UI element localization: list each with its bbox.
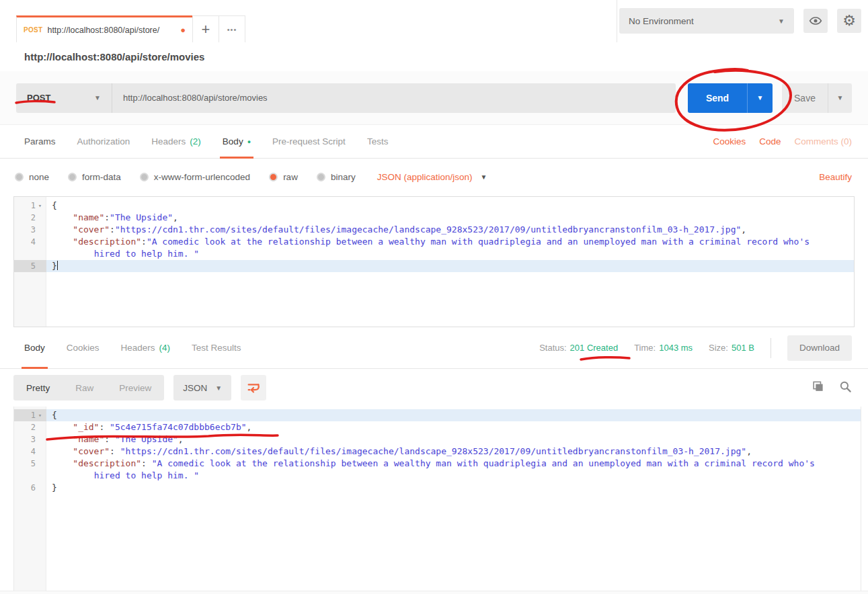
eye-icon <box>809 14 822 28</box>
request-links: CookiesCodeComments (0) <box>713 125 852 158</box>
tab-params[interactable]: Params <box>13 125 67 158</box>
response-body-editor[interactable]: 1▾{2 "_id": "5c4e715fa74c07dbbb6ecb7b",3… <box>13 407 861 591</box>
line-number: 3 <box>14 224 46 236</box>
json-punct: , <box>178 434 184 444</box>
json-string: "5c4e715fa74c07dbbb6ecb7b" <box>110 422 247 432</box>
line-number: 1▾ <box>14 200 46 212</box>
send-options-button[interactable]: ▼ <box>747 83 773 113</box>
method-select[interactable]: POST ▼ <box>16 83 112 113</box>
open-request-tab[interactable]: POST http://localhost:8080/api/store/ ● <box>16 15 193 42</box>
tab-label: Authorization <box>77 136 130 146</box>
link-comments-0[interactable]: Comments (0) <box>794 136 852 146</box>
view-mode-raw[interactable]: Raw <box>63 383 106 393</box>
tab-label: Headers <box>151 136 186 146</box>
code-content: "cover":"https://cdn1.thr.com/sites/defa… <box>46 224 854 236</box>
url-input[interactable]: http://localhost:8080/api/store/movies <box>112 83 676 113</box>
meta-divider <box>771 338 771 358</box>
tab-label: Tests <box>367 136 389 146</box>
tab-headers[interactable]: Headers(2) <box>141 125 212 158</box>
json-punct: : <box>110 446 120 456</box>
new-tab-button[interactable]: + <box>192 15 219 42</box>
response-tab-cookies[interactable]: Cookies <box>56 327 110 368</box>
meta-value: 201 Created <box>570 343 619 353</box>
link-code[interactable]: Code <box>759 136 781 146</box>
line-number-value: 5 <box>31 260 36 272</box>
code-line[interactable]: 3 "cover":"https://cdn1.thr.com/sites/de… <box>14 224 854 236</box>
body-mode-label: none <box>29 172 49 182</box>
code-line[interactable]: 1▾{ <box>14 200 854 212</box>
tab-tests[interactable]: Tests <box>356 125 399 158</box>
code-line[interactable]: 2 "_id": "5c4e715fa74c07dbbb6ecb7b", <box>14 421 861 433</box>
code-line[interactable]: 6} <box>14 482 861 494</box>
tab-count-badge: (2) <box>190 136 201 146</box>
line-number-value: 2 <box>31 421 36 433</box>
line-number: 1▾ <box>14 409 46 421</box>
fold-arrow-icon: ▾ <box>36 409 44 421</box>
json-punct <box>52 446 73 456</box>
body-mode-none[interactable]: none <box>15 172 49 182</box>
body-mode-binary[interactable]: binary <box>317 172 356 182</box>
meta-label: Size: <box>709 343 728 353</box>
tab-label: Params <box>24 136 56 146</box>
tab-body[interactable]: Body● <box>212 125 262 158</box>
download-button[interactable]: Download <box>787 335 852 361</box>
content-type-select[interactable]: JSON (application/json) ▼ <box>377 172 487 182</box>
code-content: "description":"A comedic look at the rel… <box>46 236 854 260</box>
search-response-button[interactable] <box>839 380 852 396</box>
response-tab-body[interactable]: Body <box>13 327 56 368</box>
tab-options-button[interactable]: ••• <box>219 15 245 42</box>
body-mode-x-www-form-urlencoded[interactable]: x-www-form-urlencoded <box>140 172 250 182</box>
send-button[interactable]: Send <box>688 83 747 113</box>
settings-button[interactable]: ⚙ <box>837 9 861 33</box>
code-line[interactable]: 4 "description":"A comedic look at the r… <box>14 236 854 260</box>
line-number: 4 <box>14 236 46 248</box>
code-line[interactable]: 5} <box>14 260 854 272</box>
copy-icon <box>812 380 824 393</box>
tab-pre-request-script[interactable]: Pre-request Script <box>262 125 356 158</box>
line-number: 6 <box>14 482 46 494</box>
meta-label: Status: <box>539 343 566 353</box>
save-options-button[interactable]: ▼ <box>828 83 852 113</box>
json-string: "The Upside" <box>110 212 173 222</box>
tab-authorization[interactable]: Authorization <box>67 125 141 158</box>
environment-selector[interactable]: No Environment ▼ <box>619 8 794 34</box>
code-content: { <box>46 200 854 212</box>
view-mode-preview[interactable]: Preview <box>106 383 164 393</box>
line-number-value: 1 <box>31 409 36 421</box>
bottom-strip <box>0 591 868 594</box>
code-line[interactable]: 2 "name":"The Upside", <box>14 212 854 224</box>
line-number: 5 <box>14 458 46 470</box>
code-line[interactable]: 3 "name": "The Upside", <box>14 433 861 446</box>
code-line[interactable]: 4 "cover": "https://cdn1.thr.com/sites/d… <box>14 446 861 458</box>
response-format-select[interactable]: JSON ▼ <box>173 375 231 400</box>
request-url-title: http://localhost:8080/api/store/movies <box>24 51 204 62</box>
copy-response-button[interactable] <box>812 380 824 396</box>
view-mode-pretty[interactable]: Pretty <box>13 383 63 393</box>
code-content: } <box>46 260 854 272</box>
chevron-down-icon: ▼ <box>215 384 222 392</box>
response-tab-test-results[interactable]: Test Results <box>181 327 252 368</box>
save-button[interactable]: Save <box>782 83 828 113</box>
line-number-value: 2 <box>31 212 36 224</box>
response-tabs-list: BodyCookiesHeaders(4)Test Results <box>13 327 252 368</box>
wrap-text-icon <box>246 380 261 395</box>
request-section-tabs: ParamsAuthorizationHeaders(2)Body●Pre-re… <box>0 125 868 159</box>
wrap-lines-button[interactable] <box>241 375 266 400</box>
json-punct: : <box>99 422 110 432</box>
body-mode-raw[interactable]: raw <box>269 172 298 182</box>
code-line[interactable]: 5 "description": "A comedic look at the … <box>14 458 861 482</box>
response-tab-headers[interactable]: Headers(4) <box>110 327 182 368</box>
response-meta-items: Status:201 CreatedTime:1043 msSize:501 B <box>539 343 754 353</box>
body-mode-form-data[interactable]: form-data <box>68 172 121 182</box>
link-cookies[interactable]: Cookies <box>713 136 746 146</box>
chevron-down-icon: ▼ <box>837 94 844 101</box>
code-line[interactable]: 1▾{ <box>14 409 861 421</box>
request-body-editor[interactable]: 1▾{2 "name":"The Upside",3 "cover":"http… <box>13 196 855 327</box>
chevron-down-icon: ▼ <box>480 173 487 181</box>
beautify-button[interactable]: Beautify <box>819 172 852 182</box>
tab-label: Headers <box>121 343 155 353</box>
radio-icon <box>269 173 278 181</box>
body-mode-label: binary <box>331 172 356 182</box>
environment-quick-look-button[interactable] <box>803 9 828 33</box>
json-punct: , <box>247 422 252 432</box>
